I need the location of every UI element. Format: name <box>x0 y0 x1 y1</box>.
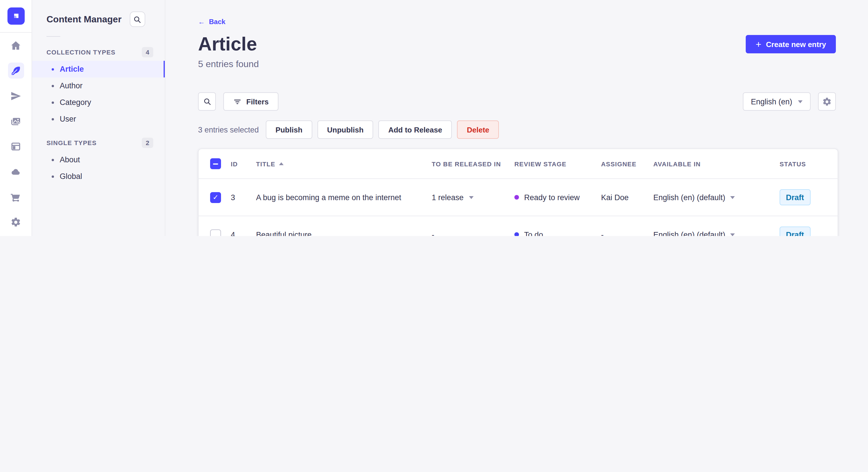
item-label: About <box>60 156 80 164</box>
plus-icon: + <box>756 39 762 49</box>
table-header-row: ID TITLE TO BE RELEASED IN REVIEW STAGE … <box>198 149 838 178</box>
filters-button[interactable]: Filters <box>223 92 278 111</box>
row-review-stage: To do <box>515 230 601 236</box>
chevron-down-icon <box>798 100 803 103</box>
panel-search-button[interactable] <box>129 11 145 27</box>
layout-icon <box>10 141 21 152</box>
locale-value: English (en) <box>751 97 792 106</box>
shopping-cart-icon <box>10 191 21 202</box>
row-checkbox[interactable] <box>210 192 221 203</box>
row-title: A bug is becoming a meme on the internet <box>256 193 432 202</box>
table-row[interactable]: 4 Beautiful picture - To do - English (e… <box>198 216 838 236</box>
stage-dot-icon <box>515 232 519 236</box>
sidebar-item-settings[interactable] <box>8 214 24 230</box>
back-arrow-icon: ← <box>198 18 205 26</box>
table-row[interactable]: 3 A bug is becoming a meme on the intern… <box>198 178 838 216</box>
item-label: Category <box>60 98 91 107</box>
stage-dot-icon <box>515 195 519 200</box>
back-link[interactable]: ← Back <box>198 18 225 26</box>
release-count: - <box>432 230 434 236</box>
single-types-count-badge: 2 <box>142 138 153 148</box>
locale-label: English (en) (default) <box>653 230 725 236</box>
bulk-actions-bar: 3 entries selected Publish Unpublish Add… <box>198 121 836 139</box>
main-nav-rail: KD <box>0 0 32 236</box>
content-manager-panel: Content Manager COLLECTION TYPES 4 Artic… <box>32 0 165 236</box>
add-to-release-button[interactable]: Add to Release <box>379 121 452 139</box>
search-icon <box>133 15 141 23</box>
panel-divider <box>46 36 60 37</box>
column-header-status[interactable]: STATUS <box>780 160 838 167</box>
chevron-down-icon <box>469 196 473 199</box>
row-review-stage: Ready to review <box>515 193 601 202</box>
app: KD Content Manager COLLECTION TYPES 4 Ar… <box>0 0 868 236</box>
view-settings-button[interactable] <box>818 92 836 111</box>
paper-plane-icon <box>10 90 21 101</box>
bullet-icon <box>52 118 54 120</box>
create-new-entry-button[interactable]: + Create new entry <box>746 35 836 53</box>
row-release-dropdown[interactable]: 1 release <box>432 193 515 202</box>
column-header-available-in[interactable]: AVAILABLE IN <box>653 160 780 167</box>
page-title: Article <box>198 34 259 53</box>
sidebar-item-content-type-builder[interactable] <box>8 138 24 154</box>
search-icon <box>203 98 211 105</box>
strapi-logo-icon[interactable] <box>7 7 24 25</box>
sidebar-item-content-manager[interactable] <box>8 63 24 78</box>
sidebar-item-author[interactable]: Author <box>32 77 165 94</box>
sidebar-item-marketplace[interactable] <box>8 189 24 205</box>
create-label: Create new entry <box>766 40 826 48</box>
row-id: 3 <box>231 193 256 202</box>
sidebar-item-home[interactable] <box>8 37 24 53</box>
publish-button[interactable]: Publish <box>266 121 312 139</box>
row-locale-dropdown[interactable]: English (en) (default) <box>653 193 780 202</box>
bullet-icon <box>52 175 54 177</box>
column-header-assignee[interactable]: ASSIGNEE <box>601 160 653 167</box>
chevron-down-icon <box>731 196 735 199</box>
row-locale-dropdown[interactable]: English (en) (default) <box>653 230 780 236</box>
sidebar-item-about[interactable]: About <box>32 151 165 168</box>
row-assignee: Kai Doe <box>601 193 653 202</box>
unpublish-button[interactable]: Unpublish <box>317 121 373 139</box>
item-label: User <box>60 115 76 123</box>
sidebar-item-cloud[interactable] <box>8 164 24 179</box>
bullet-icon <box>52 159 54 161</box>
images-icon <box>10 115 21 127</box>
status-badge: Draft <box>780 227 810 236</box>
sidebar-item-article[interactable]: Article <box>32 61 165 77</box>
sidebar-item-releases[interactable] <box>8 88 24 104</box>
single-types-section: SINGLE TYPES 2 About Global <box>32 138 165 185</box>
section-label-single-types: SINGLE TYPES <box>46 139 97 146</box>
sidebar-item-category[interactable]: Category <box>32 94 165 111</box>
search-entries-button[interactable] <box>198 92 216 111</box>
filters-label: Filters <box>246 97 269 106</box>
locale-label: English (en) (default) <box>653 193 725 202</box>
row-title: Beautiful picture <box>256 230 432 236</box>
gear-icon <box>822 97 832 106</box>
sidebar-item-media-library[interactable] <box>8 113 24 129</box>
gear-icon <box>10 216 21 227</box>
column-header-released[interactable]: TO BE RELEASED IN <box>432 160 515 167</box>
rail-nav <box>8 37 24 230</box>
sidebar-item-user[interactable]: User <box>32 111 165 127</box>
panel-title: Content Manager <box>46 14 121 24</box>
feather-pen-icon <box>10 65 21 76</box>
chevron-down-icon <box>731 233 735 236</box>
selected-count-text: 3 entries selected <box>198 125 259 134</box>
sidebar-item-global[interactable]: Global <box>32 168 165 185</box>
status-badge: Draft <box>780 189 810 205</box>
collection-types-count-badge: 4 <box>142 47 153 57</box>
delete-button[interactable]: Delete <box>457 121 499 139</box>
locale-select[interactable]: English (en) <box>743 92 811 111</box>
select-all-checkbox[interactable] <box>210 158 221 169</box>
column-header-id[interactable]: ID <box>231 160 256 167</box>
row-assignee: - <box>601 230 653 236</box>
row-checkbox[interactable] <box>210 229 221 236</box>
column-header-review-stage[interactable]: REVIEW STAGE <box>515 160 601 167</box>
section-label-collection-types: COLLECTION TYPES <box>46 49 115 56</box>
home-icon <box>10 40 21 51</box>
bullet-icon <box>52 85 54 87</box>
column-header-title[interactable]: TITLE <box>256 160 432 167</box>
strapi-logo-glyph <box>11 11 21 21</box>
bullet-icon <box>52 68 54 70</box>
row-release-dropdown[interactable]: - <box>432 230 515 236</box>
entries-table: ID TITLE TO BE RELEASED IN REVIEW STAGE … <box>198 148 838 236</box>
